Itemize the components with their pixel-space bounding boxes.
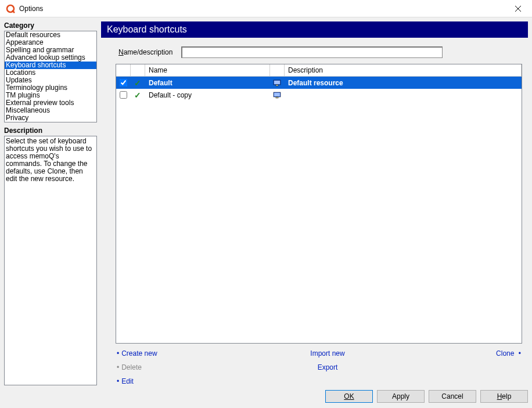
row-checkbox[interactable]	[120, 91, 127, 99]
svg-rect-8	[274, 93, 280, 96]
col-status[interactable]	[131, 64, 145, 76]
svg-rect-5	[274, 81, 280, 84]
dialog-buttons: OK Apply Cancel Help	[4, 385, 528, 404]
checkmark-icon: ✓	[131, 77, 145, 89]
create-new-link[interactable]: Create new	[121, 349, 157, 358]
table-row[interactable]: ✓DefaultDefault resource	[116, 77, 522, 89]
dialog-body: Category Default resourcesAppearanceSpel…	[0, 17, 532, 408]
cancel-button[interactable]: Cancel	[429, 390, 476, 403]
description-box: Select the set of keyboard shortcuts you…	[4, 136, 97, 385]
grid-body: ✓DefaultDefault resource✓Default - copy	[116, 77, 522, 343]
monitor-icon	[270, 89, 285, 101]
clone-link[interactable]: Clone	[496, 349, 514, 358]
col-checkbox[interactable]	[116, 64, 131, 76]
category-label: Category	[4, 21, 97, 30]
shortcuts-grid: Name Description ✓DefaultDefault resourc…	[116, 64, 522, 344]
description-label: Description	[4, 127, 97, 135]
row-name: Default	[145, 77, 270, 89]
right-panel: Keyboard shortcuts Name/description Name…	[101, 21, 528, 385]
search-label: Name/description	[118, 48, 172, 56]
row-checkbox[interactable]	[120, 79, 127, 86]
checkmark-icon: ✓	[131, 89, 145, 101]
help-button[interactable]: Help	[480, 390, 528, 403]
window-title: Options	[19, 5, 505, 13]
delete-link[interactable]: Delete	[121, 363, 142, 371]
page-title: Keyboard shortcuts	[101, 21, 528, 38]
row-description	[285, 89, 522, 101]
ok-button[interactable]: OK	[325, 390, 373, 403]
import-new-link[interactable]: Import new	[310, 349, 344, 358]
titlebar: Options	[0, 0, 532, 17]
table-row[interactable]: ✓Default - copy	[116, 89, 522, 101]
category-list[interactable]: Default resourcesAppearanceSpelling and …	[4, 31, 97, 122]
svg-rect-6	[276, 85, 278, 86]
row-name: Default - copy	[145, 89, 270, 101]
svg-line-1	[12, 10, 15, 13]
row-description: Default resource	[285, 77, 522, 89]
search-input[interactable]	[181, 46, 443, 58]
col-scope[interactable]	[270, 64, 285, 76]
monitor-icon	[270, 77, 285, 89]
edit-link[interactable]: Edit	[121, 377, 134, 385]
left-panel: Category Default resourcesAppearanceSpel…	[4, 21, 97, 385]
category-item[interactable]: Privacy	[5, 114, 96, 122]
export-link[interactable]: Export	[318, 363, 338, 371]
search-row: Name/description	[116, 46, 522, 58]
col-name-header[interactable]: Name	[145, 64, 270, 76]
svg-rect-9	[276, 97, 278, 98]
close-button[interactable]	[505, 0, 531, 17]
col-description-header[interactable]: Description	[285, 64, 522, 76]
grid-header: Name Description	[116, 64, 522, 77]
app-icon	[6, 4, 15, 13]
apply-button[interactable]: Apply	[377, 390, 425, 403]
